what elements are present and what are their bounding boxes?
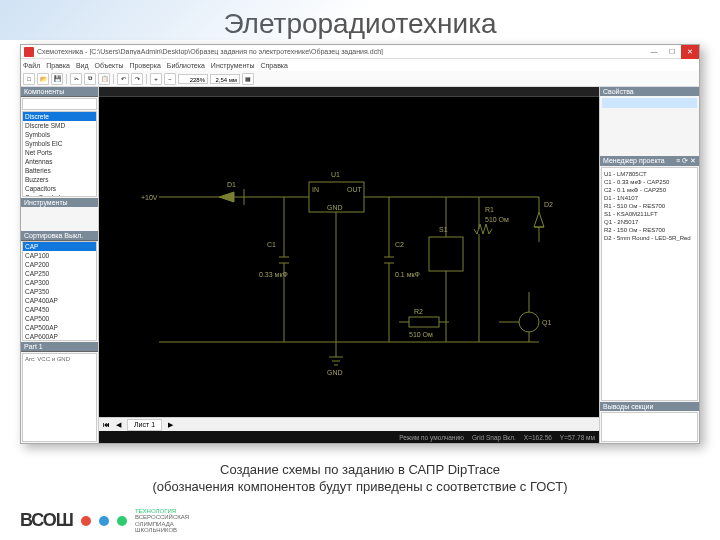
svg-rect-21	[429, 237, 463, 271]
schematic-canvas[interactable]: +10V D1 U1 IN OUT GND C1 0.33 мкФ C2 0.1…	[99, 97, 599, 417]
component-search[interactable]	[22, 98, 97, 110]
svg-point-29	[519, 312, 539, 332]
status-y: Y=57.78 мм	[560, 434, 595, 441]
undo-button[interactable]: ↶	[117, 73, 129, 85]
project-tree[interactable]: U1 - LM7805CT C1 - 0.33 мкФ - CAP250 C2 …	[601, 167, 698, 401]
close-button[interactable]: ✕	[681, 45, 699, 59]
maximize-button[interactable]: ☐	[663, 45, 681, 59]
properties-body[interactable]	[600, 96, 699, 156]
project-item[interactable]: D1 - 1N4107	[604, 194, 695, 202]
pins-body[interactable]	[601, 412, 698, 442]
group-item[interactable]: Symbols EIC	[23, 139, 96, 148]
comp-item[interactable]: CAP500	[23, 314, 96, 323]
group-item[interactable]: Antennas	[23, 157, 96, 166]
svg-text:0.33 мкФ: 0.33 мкФ	[259, 271, 288, 278]
project-item[interactable]: D2 - 5mm Round - LED-5R_Red	[604, 234, 695, 242]
logo: ВСОШ ТЕХНОЛОГИЯ ВСЕРОССИЙСКАЯ ОЛИМПИАДА …	[20, 508, 189, 534]
instruments-body[interactable]	[21, 207, 98, 231]
grid-button[interactable]: ▦	[242, 73, 254, 85]
logo-subtitle: ТЕХНОЛОГИЯ ВСЕРОССИЙСКАЯ ОЛИМПИАДА ШКОЛЬ…	[135, 508, 189, 534]
part-header: Part 1	[21, 342, 98, 352]
svg-text:510 Ом: 510 Ом	[485, 216, 509, 223]
paste-button[interactable]: 📋	[98, 73, 110, 85]
group-item[interactable]: Net Ports	[23, 148, 96, 157]
pins-header: Выводы секции	[600, 402, 699, 411]
menu-edit[interactable]: Правка	[46, 62, 70, 69]
open-button[interactable]: 📂	[37, 73, 49, 85]
comp-item[interactable]: CAP200	[23, 260, 96, 269]
zoom-in-button[interactable]: +	[150, 73, 162, 85]
comp-item[interactable]: CAP100	[23, 251, 96, 260]
menubar: Файл Правка Вид Объекты Проверка Библиот…	[21, 59, 699, 71]
svg-marker-8	[534, 212, 544, 227]
comp-item[interactable]: CAP450	[23, 305, 96, 314]
group-item[interactable]: Capacitors	[23, 184, 96, 193]
project-item[interactable]: Q1 - 2N5017	[604, 218, 695, 226]
logo-dot-blue	[99, 516, 109, 526]
component-preview: Arc: VCC и GND	[22, 353, 97, 442]
menu-tools[interactable]: Инструменты	[211, 62, 255, 69]
status-x: X=162.56	[524, 434, 552, 441]
svg-text:Q1: Q1	[542, 319, 551, 327]
project-toolbar[interactable]: ≡ ⟳ ✕	[676, 157, 696, 165]
canvas-area: +10V D1 U1 IN OUT GND C1 0.33 мкФ C2 0.1…	[99, 87, 599, 443]
titlebar: Схемотехника - [C:\Users\DanyaAdmin\Desk…	[21, 45, 699, 59]
menu-library[interactable]: Библиотека	[167, 62, 205, 69]
statusbar: Режим по умолчанию Grid Snap Вкл. X=162.…	[99, 431, 599, 443]
project-item[interactable]: S1 - KSA0M211LFT	[604, 210, 695, 218]
app-window: Схемотехника - [C:\Users\DanyaAdmin\Desk…	[20, 44, 700, 444]
minimize-button[interactable]: —	[645, 45, 663, 59]
group-item[interactable]: Buzzers	[23, 175, 96, 184]
project-item[interactable]: U1 - LM7805CT	[604, 170, 695, 178]
menu-check[interactable]: Проверка	[129, 62, 160, 69]
project-item[interactable]: R1 - 510 Ом - RES700	[604, 202, 695, 210]
comp-item[interactable]: CAP300	[23, 278, 96, 287]
project-item[interactable]: C1 - 0.33 мкФ - CAP250	[604, 178, 695, 186]
components-list[interactable]: CAP CAP100 CAP200 CAP250 CAP300 CAP350 C…	[22, 241, 97, 341]
redo-button[interactable]: ↷	[131, 73, 143, 85]
comp-item[interactable]: CAP400AP	[23, 296, 96, 305]
group-item[interactable]: Discrete	[23, 112, 96, 121]
svg-text:+10V: +10V	[141, 194, 158, 201]
menu-help[interactable]: Справка	[261, 62, 288, 69]
menu-file[interactable]: Файл	[23, 62, 40, 69]
zoom-out-button[interactable]: −	[164, 73, 176, 85]
zoom-input[interactable]: 228%	[178, 74, 208, 84]
app-icon	[24, 47, 34, 57]
window-title: Схемотехника - [C:\Users\DanyaAdmin\Desk…	[37, 48, 645, 55]
cut-button[interactable]: ✂	[70, 73, 82, 85]
right-panel: Свойства Менеджер проекта ≡ ⟳ ✕ U1 - LM7…	[599, 87, 699, 443]
save-button[interactable]: 💾	[51, 73, 63, 85]
comp-item[interactable]: CAP350	[23, 287, 96, 296]
svg-rect-26	[409, 317, 439, 327]
sort-header[interactable]: Сортировка Выкл.	[21, 231, 98, 241]
comp-item[interactable]: CAP600AP	[23, 332, 96, 341]
menu-view[interactable]: Вид	[76, 62, 89, 69]
components-header: Компоненты	[21, 87, 98, 97]
comp-item[interactable]: CAP	[23, 242, 96, 251]
group-item[interactable]: Symbols	[23, 130, 96, 139]
group-item[interactable]: Con Symbols	[23, 193, 96, 197]
library-groups-list[interactable]: Discrete Discrete SMD Symbols Symbols EI…	[22, 111, 97, 197]
comp-item[interactable]: CAP500AP	[23, 323, 96, 332]
group-item[interactable]: Discrete SMD	[23, 121, 96, 130]
status-snap: Grid Snap Вкл.	[472, 434, 516, 441]
svg-text:OUT: OUT	[347, 186, 363, 193]
svg-text:D1: D1	[227, 181, 236, 188]
svg-text:U1: U1	[331, 171, 340, 178]
menu-objects[interactable]: Объекты	[95, 62, 124, 69]
comp-item[interactable]: CAP250	[23, 269, 96, 278]
new-button[interactable]: □	[23, 73, 35, 85]
logo-text: ВСОШ	[20, 510, 73, 531]
project-item[interactable]: R2 - 150 Ом - RES700	[604, 226, 695, 234]
group-item[interactable]: Batteries	[23, 166, 96, 175]
svg-marker-1	[219, 192, 234, 202]
grid-input[interactable]: 2,54 мм	[210, 74, 240, 84]
project-manager-header: Менеджер проекта ≡ ⟳ ✕	[600, 156, 699, 166]
svg-text:C1: C1	[267, 241, 276, 248]
copy-button[interactable]: ⧉	[84, 73, 96, 85]
project-item[interactable]: C2 - 0.1 мкФ - CAP250	[604, 186, 695, 194]
property-row-selected[interactable]	[602, 98, 697, 108]
svg-text:IN: IN	[312, 186, 319, 193]
slide-caption: Создание схемы по заданию в САПР DipTrac…	[0, 462, 720, 496]
